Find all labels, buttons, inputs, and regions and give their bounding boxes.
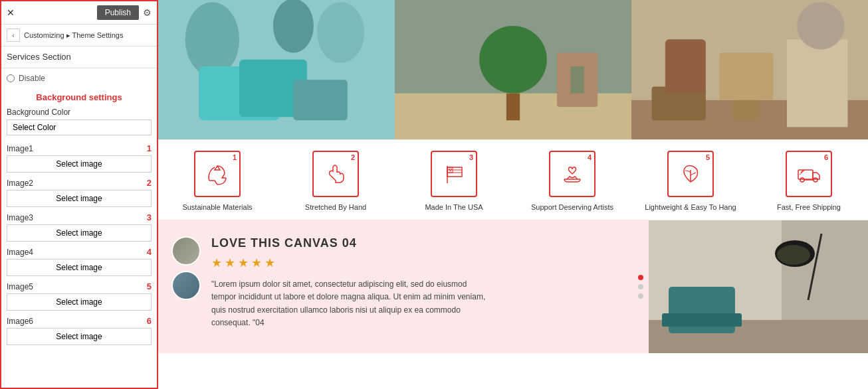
section-title-bar: Services Section	[1, 46, 157, 68]
svg-rect-31	[798, 170, 813, 179]
star-3: ★	[238, 256, 249, 270]
feature-number-6: 6	[824, 153, 828, 161]
main-content: 1 Sustainable Materials 2 Stre	[158, 0, 868, 389]
star-5: ★	[265, 256, 275, 270]
star-2: ★	[225, 256, 235, 270]
svg-point-28	[451, 169, 452, 170]
section-title: Services Section	[7, 52, 71, 62]
feature-number-2: 2	[351, 153, 355, 161]
flag-icon	[441, 161, 467, 187]
feature-item-5: 5 Lightweight & Easy To Hang	[631, 140, 750, 220]
image-row-5: Image5 5 Select image	[7, 281, 152, 311]
leaf-icon	[677, 161, 704, 187]
image5-number: 5	[147, 281, 152, 291]
svg-point-32	[800, 178, 804, 182]
heart-hand-icon	[559, 161, 586, 187]
image-row-4: Image4 4 Select image	[7, 247, 152, 276]
star-4: ★	[251, 256, 262, 270]
image6-label: Image6	[7, 317, 33, 326]
svg-rect-43	[662, 313, 742, 327]
svg-point-1	[185, 2, 239, 76]
recycle-icon	[204, 161, 231, 187]
gallery-image-3	[631, 0, 868, 139]
image2-label: Image2	[7, 179, 33, 188]
image1-number: 1	[147, 143, 152, 153]
select-color-button[interactable]: Select Color	[7, 119, 152, 135]
top-bar: ✕ Publish ⚙	[1, 1, 157, 25]
image-section: Image1 1 Select image Image2 2 Select im…	[1, 141, 157, 353]
feature-item-2: 2 Stretched By Hand	[276, 140, 395, 220]
gallery-image-2	[395, 0, 631, 139]
feature-number-1: 1	[233, 153, 237, 161]
feature-icon-box-5: 5	[667, 151, 714, 197]
svg-point-40	[777, 245, 810, 265]
image2-number: 2	[147, 178, 152, 188]
feature-label-6: Fast, Free Shipping	[777, 202, 841, 212]
select-image6-button[interactable]: Select image	[7, 328, 152, 345]
right-photo	[649, 220, 868, 353]
image6-number: 6	[147, 316, 152, 326]
svg-point-18	[797, 2, 844, 49]
feature-item-1: 1 Sustainable Materials	[158, 140, 276, 220]
dot-2[interactable]	[638, 284, 643, 289]
nav-header: ‹ Customizing ▸ Theme Settings	[1, 25, 157, 46]
select-image3-button[interactable]: Select image	[7, 224, 152, 242]
gallery-row	[158, 0, 868, 139]
bottom-section: LOVE THIS CANVAS 04 ★ ★ ★ ★ ★ "Lorem ips…	[158, 220, 868, 353]
review-text: "Lorem ipsum dolor sit amet, consectetur…	[211, 278, 490, 329]
publish-button[interactable]: Publish	[97, 5, 139, 20]
image1-label: Image1	[7, 144, 33, 153]
feature-icon-box-4: 4	[549, 151, 596, 197]
svg-rect-10	[506, 94, 520, 121]
settings-icon[interactable]: ⚙	[143, 7, 152, 18]
avatar-2	[171, 271, 201, 300]
avatar-1	[171, 236, 201, 266]
select-image1-button[interactable]: Select image	[7, 155, 152, 173]
feature-number-4: 4	[588, 153, 592, 161]
select-image2-button[interactable]: Select image	[7, 190, 152, 207]
feature-number-3: 3	[469, 153, 473, 161]
back-button[interactable]: ‹	[7, 29, 20, 42]
review-column: LOVE THIS CANVAS 04 ★ ★ ★ ★ ★ "Lorem ips…	[158, 220, 633, 353]
feature-label-3: Made In The USA	[425, 202, 483, 212]
select-image4-button[interactable]: Select image	[7, 259, 152, 276]
review-title: LOVE THIS CANVAS 04	[211, 236, 619, 250]
feature-label-1: Sustainable Materials	[182, 202, 252, 212]
image-row-2: Image2 2 Select image	[7, 178, 152, 207]
feature-item-6: 6 Fast, Free Shipping	[750, 140, 868, 220]
feature-label-4: Support Deserving Artists	[531, 202, 613, 212]
image5-label: Image5	[7, 282, 33, 291]
features-row: 1 Sustainable Materials 2 Stre	[158, 139, 868, 220]
svg-rect-20	[719, 53, 773, 100]
svg-rect-17	[787, 39, 848, 127]
svg-point-29	[450, 170, 451, 171]
dot-1[interactable]	[638, 275, 643, 280]
svg-point-33	[814, 178, 817, 182]
image3-label: Image3	[7, 213, 33, 222]
close-icon[interactable]: ✕	[7, 7, 15, 18]
stars-row: ★ ★ ★ ★ ★	[211, 256, 619, 270]
image3-number: 3	[147, 212, 152, 222]
truck-icon	[796, 161, 822, 187]
breadcrumb: Customizing ▸ Theme Settings	[24, 31, 124, 40]
dot-3[interactable]	[638, 293, 643, 299]
disable-radio[interactable]	[7, 74, 15, 82]
bg-color-label: Background Color	[7, 108, 152, 117]
bg-color-section: Background Color Select Color	[1, 105, 157, 141]
svg-point-5	[317, 2, 364, 63]
svg-rect-13	[570, 66, 584, 94]
svg-rect-21	[733, 100, 760, 121]
hand-icon	[322, 161, 349, 187]
feature-icon-box-6: 6	[786, 151, 832, 197]
bg-settings-header: Background settings	[1, 88, 157, 105]
feature-icon-box-3: 3	[431, 151, 477, 197]
image-row-1: Image1 1 Select image	[7, 143, 152, 173]
review-avatars	[171, 236, 201, 300]
image-row-3: Image3 3 Select image	[7, 212, 152, 242]
star-1: ★	[211, 256, 222, 270]
left-panel: ✕ Publish ⚙ ‹ Customizing ▸ Theme Settin…	[0, 0, 158, 389]
image-row-6: Image6 6 Select image	[7, 316, 152, 345]
svg-rect-6	[293, 80, 347, 120]
svg-point-2	[273, 0, 314, 53]
select-image5-button[interactable]: Select image	[7, 293, 152, 311]
